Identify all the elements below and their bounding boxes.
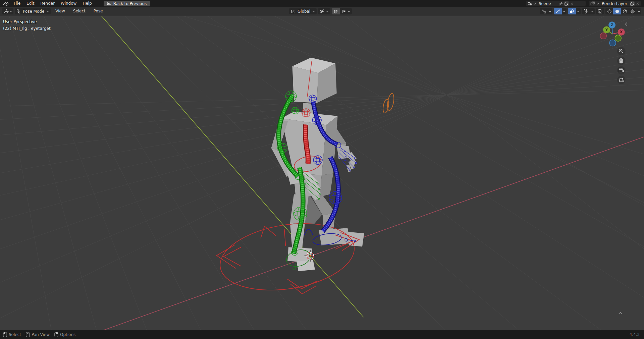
pose-display-group (582, 8, 595, 14)
mode-label: Pose Mode (22, 9, 45, 14)
shading-mode-group (605, 8, 641, 14)
camera-view-button[interactable] (617, 66, 626, 74)
eyetarget-bone[interactable] (382, 93, 395, 113)
snap-target-icon (342, 9, 346, 13)
chevron-down-icon (326, 10, 329, 13)
chevron-down-icon (596, 2, 599, 5)
pan-hand-button[interactable] (617, 57, 626, 65)
chevron-down-icon (347, 10, 350, 13)
scene-selector[interactable]: Scene (526, 1, 586, 6)
footer-expand-arrow[interactable] (619, 313, 622, 314)
shading-dropdown[interactable] (636, 8, 641, 14)
header-left-group: Pose Mode View Select Pose (2, 7, 106, 15)
gizmo-x-label: X (620, 30, 623, 34)
viewport-nav-buttons (617, 47, 626, 84)
navigation-gizmo[interactable]: Z Y X (600, 21, 625, 46)
mouse-left-icon (3, 332, 7, 337)
unlink-x-icon (570, 2, 574, 5)
gizmo-y-label: Y (605, 28, 608, 32)
overlays-group (568, 8, 581, 14)
back-to-previous-button[interactable]: Back to Previous (104, 1, 150, 6)
gizmo-arrow-icon (555, 9, 560, 14)
scene-icon (527, 1, 532, 6)
armature-figure-icon (584, 9, 588, 14)
shading-solid-button[interactable] (613, 8, 621, 14)
scene-canvas: Z Y X (0, 16, 644, 330)
viewport-3d[interactable]: User Perspective (22) MTI_rig : eyetarge… (0, 16, 644, 330)
back-button-label: Back to Previous (113, 1, 147, 6)
gizmo-dropdown[interactable] (562, 8, 567, 14)
show-gizmo-toggle[interactable] (554, 8, 562, 14)
pointer-eye-icon (541, 9, 546, 14)
solid-sphere-icon (615, 9, 620, 14)
viewport-editor-icon (4, 9, 9, 14)
menu-view[interactable]: View (52, 7, 68, 15)
topbar: File Edit Render Window Help Back to Pre… (0, 0, 644, 7)
pivot-point-selector[interactable] (318, 8, 330, 14)
active-object-label: (22) MTI_rig : eyetarget (3, 25, 51, 32)
pose-mode-icon (16, 9, 21, 14)
shading-wireframe-button[interactable] (605, 8, 613, 14)
snap-settings-button[interactable] (340, 8, 352, 14)
chevron-down-icon (9, 10, 12, 13)
chevron-down-icon (591, 10, 594, 13)
hint-pan-view-label: Pan View (32, 332, 50, 337)
chevron-down-icon (46, 10, 49, 13)
wireframe-sphere-icon (607, 9, 612, 14)
blender-logo-icon (3, 1, 9, 6)
menu-render[interactable]: Render (37, 0, 58, 7)
pose-display-button[interactable] (582, 8, 590, 14)
editor-type-button[interactable] (2, 8, 13, 14)
new-copy-icon[interactable] (564, 1, 569, 6)
zoom-button[interactable] (617, 47, 626, 55)
gizmo-axis-neg-x[interactable] (600, 33, 606, 39)
snapping-group (332, 8, 352, 14)
status-bar: Select Pan View Options 4.4.3 (0, 330, 644, 339)
gizmo-axis-neg-y[interactable] (615, 35, 621, 41)
visibility-dropdown[interactable] (548, 8, 552, 14)
menu-file[interactable]: File (11, 0, 23, 7)
shading-material-button[interactable] (621, 8, 629, 14)
scene-name: Scene (537, 1, 557, 6)
menu-select[interactable]: Select (70, 7, 89, 15)
header-center-group: Global (289, 7, 352, 15)
chevron-down-icon (533, 2, 536, 5)
menu-window[interactable]: Window (58, 0, 79, 7)
snap-toggle-button[interactable] (332, 8, 340, 14)
menu-pose[interactable]: Pose (90, 7, 106, 15)
object-visibility-group (540, 8, 552, 14)
new-copy-icon[interactable] (630, 1, 635, 6)
gizmo-group (554, 8, 567, 14)
viewport-header: Pose Mode View Select Pose Global (0, 7, 644, 16)
pin-icon[interactable] (559, 2, 563, 6)
gizmo-axis-neg-z[interactable] (609, 40, 616, 46)
mouse-middle-icon (26, 332, 30, 337)
back-screen-icon (107, 2, 111, 5)
mode-selector[interactable]: Pose Mode (15, 8, 51, 14)
material-sphere-icon (623, 9, 627, 14)
renderlayer-selector[interactable]: RenderLayer (589, 1, 641, 6)
chevron-down-icon (312, 10, 315, 13)
overlays-dropdown[interactable] (576, 8, 581, 14)
menu-help[interactable]: Help (79, 0, 95, 7)
hint-options: Options (54, 332, 75, 337)
sidebar-expand-arrow[interactable] (626, 22, 627, 26)
menu-edit[interactable]: Edit (23, 0, 37, 7)
hint-pan-view: Pan View (26, 332, 50, 337)
magnet-icon (333, 9, 338, 14)
show-overlays-toggle[interactable] (568, 8, 576, 14)
transform-orientation-selector[interactable]: Global (289, 8, 317, 14)
pose-display-dropdown[interactable] (590, 8, 595, 14)
xray-icon (598, 9, 602, 14)
shading-rendered-button[interactable] (629, 8, 636, 14)
xray-toggle[interactable] (596, 8, 604, 14)
chevron-down-icon (563, 10, 566, 13)
orientation-axes-icon (291, 9, 296, 14)
gizmo-z-label: Z (611, 23, 613, 27)
orientation-label: Global (297, 9, 311, 14)
ortho-grid-button[interactable] (617, 76, 626, 84)
version-label: 4.4.3 (629, 332, 640, 337)
object-type-visibility-button[interactable] (540, 8, 548, 14)
hint-select: Select (3, 332, 21, 337)
viewport-overlay-text: User Perspective (22) MTI_rig : eyetarge… (3, 18, 51, 32)
